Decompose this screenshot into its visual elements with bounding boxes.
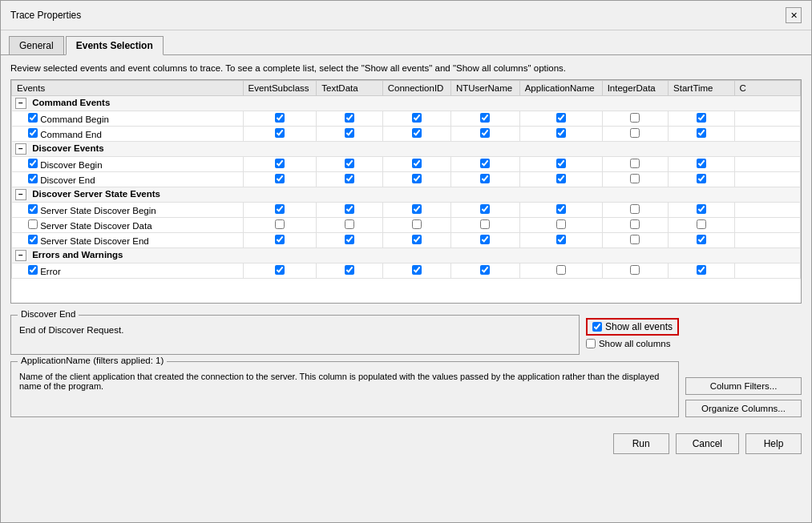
show-all-events-checkbox[interactable]	[592, 322, 602, 332]
col-header-connectionid: ConnectionID	[382, 81, 450, 96]
group-label-discover-events: Discover Events	[32, 143, 104, 153]
table-row: Command End	[12, 127, 801, 142]
table-row: Discover Begin	[12, 157, 801, 172]
table-row: Error	[12, 264, 801, 279]
footer-buttons: Run Cancel Help	[1, 425, 811, 464]
event-label: Command Begin	[12, 111, 244, 127]
col-header-events: Events	[12, 81, 244, 96]
help-button[interactable]: Help	[745, 433, 802, 454]
event-checkbox[interactable]	[28, 204, 38, 214]
show-all-events-label: Show all events	[605, 321, 673, 332]
event-label: Discover Begin	[12, 157, 244, 172]
event-label: Error	[12, 264, 244, 279]
table-row: Command Begin	[12, 111, 801, 127]
check-cell	[602, 111, 668, 127]
col-header-ntusername: NTUserName	[450, 81, 519, 96]
event-label: Command End	[12, 127, 244, 142]
check-cell	[519, 111, 602, 127]
cancel-button[interactable]: Cancel	[676, 433, 739, 454]
col-header-eventsubclass: EventSubclass	[243, 81, 317, 96]
collapse-discover-events[interactable]: −	[15, 143, 26, 155]
column-filters-button[interactable]: Column Filters...	[685, 377, 802, 395]
event-checkbox[interactable]	[28, 113, 38, 123]
tab-events-selection[interactable]: Events Selection	[66, 36, 164, 55]
group-label-command-events: Command Events	[32, 98, 110, 107]
bottom-section: Discover End End of Discover Request. Sh…	[10, 310, 802, 417]
trace-properties-window: Trace Properties ✕ General Events Select…	[0, 0, 812, 523]
discover-end-legend: Discover End	[18, 309, 79, 319]
left-bottom: Discover End End of Discover Request. Sh…	[10, 310, 679, 417]
show-all-columns-container: Show all columns	[586, 339, 679, 348]
tab-content: Review selected events and event columns…	[1, 55, 811, 425]
group-row-errors: − Errors and Warnings	[12, 248, 801, 264]
title-bar: Trace Properties ✕	[1, 1, 811, 30]
tab-general[interactable]: General	[9, 36, 64, 55]
window-title: Trace Properties	[10, 10, 81, 21]
group-row-discover-server: − Discover Server State Events	[12, 187, 801, 203]
show-all-columns-label: Show all columns	[599, 339, 670, 348]
col-header-textdata: TextData	[317, 81, 382, 96]
tab-bar: General Events Selection	[1, 30, 811, 55]
col-header-applicationname: ApplicationName	[519, 81, 602, 96]
event-checkbox[interactable]	[28, 174, 38, 183]
event-checkbox[interactable]	[28, 219, 38, 229]
col-header-integerdata: IntegerData	[602, 81, 668, 96]
group-label-errors: Errors and Warnings	[32, 250, 123, 259]
collapse-discover-server[interactable]: −	[15, 189, 26, 200]
collapse-command-events[interactable]: −	[15, 98, 26, 109]
event-label: Server State Discover End	[12, 233, 244, 248]
table-header-row: Events EventSubclass TextData Connection…	[12, 81, 801, 96]
event-checkbox[interactable]	[28, 235, 38, 244]
events-table-container[interactable]: Events EventSubclass TextData Connection…	[10, 79, 802, 304]
group-row-command-events: − Command Events	[12, 96, 801, 111]
close-button[interactable]: ✕	[786, 7, 802, 23]
table-row: Server State Discover Begin	[12, 203, 801, 218]
show-options: Show all events Show all columns	[586, 315, 679, 348]
check-cell	[450, 111, 519, 127]
event-label: Server State Discover Begin	[12, 203, 244, 218]
collapse-errors[interactable]: −	[15, 250, 26, 261]
description-text: Review selected events and event columns…	[10, 63, 802, 73]
event-label: Server State Discover Data	[12, 218, 244, 233]
check-cell	[317, 111, 382, 127]
check-cell	[734, 111, 800, 127]
organize-columns-button[interactable]: Organize Columns...	[685, 400, 802, 417]
side-buttons: Column Filters... Organize Columns...	[685, 310, 802, 417]
show-all-columns-checkbox[interactable]	[586, 339, 596, 348]
check-cell	[669, 111, 734, 127]
run-button[interactable]: Run	[613, 433, 669, 454]
table-row: Server State Discover End	[12, 233, 801, 248]
event-checkbox[interactable]	[28, 159, 38, 168]
col-header-starttime: StartTime	[669, 81, 734, 96]
appname-legend: ApplicationName (filters applied: 1)	[18, 356, 167, 365]
col-header-c: C	[734, 81, 800, 96]
event-checkbox[interactable]	[28, 128, 38, 138]
discover-end-text: End of Discover Request.	[19, 325, 571, 335]
check-cell	[243, 111, 317, 127]
check-cell	[382, 111, 450, 127]
events-table: Events EventSubclass TextData Connection…	[11, 80, 801, 279]
event-checkbox[interactable]	[28, 265, 38, 275]
show-all-events-container: Show all events	[586, 318, 679, 336]
group-label-discover-server: Discover Server State Events	[32, 189, 160, 199]
table-row: Discover End	[12, 172, 801, 187]
group-row-discover-events: − Discover Events	[12, 142, 801, 157]
table-row: Server State Discover Data	[12, 218, 801, 233]
event-label: Discover End	[12, 172, 244, 187]
appname-description: Name of the client application that crea…	[19, 372, 670, 391]
